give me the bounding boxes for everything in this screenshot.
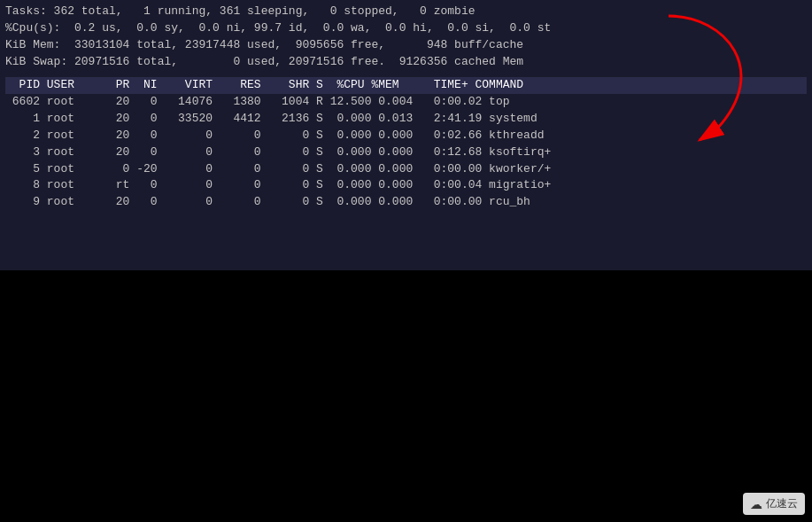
mem-line: KiB Mem: 33013104 total, 23917448 used, … [5, 37, 807, 54]
tasks-line: Tasks: 362 total, 1 running, 361 sleepin… [5, 4, 807, 20]
table-row: 1 root 20 0 33520 4412 2136 S 0.000 0.01… [5, 111, 807, 128]
swap-line: KiB Swap: 20971516 total, 0 used, 209715… [5, 54, 807, 71]
table-row: 3 root 20 0 0 0 0 S 0.000 0.000 0:12.68 … [5, 144, 807, 161]
black-area [0, 270, 812, 522]
watermark-badge: ☁ 亿速云 [743, 493, 805, 515]
cpu-line: %Cpu(s): 0.2 us, 0.0 sy, 0.0 ni, 99.7 id… [5, 20, 807, 37]
table-header: PID USER PR NI VIRT RES SHR S %CPU %MEM … [5, 77, 807, 94]
table-row: 9 root 20 0 0 0 0 S 0.000 0.000 0:00.00 … [5, 194, 807, 211]
table-row: 6602 root 20 0 14076 1380 1004 R 12.500 … [5, 94, 807, 111]
table-row: 2 root 20 0 0 0 0 S 0.000 0.000 0:02.66 … [5, 128, 807, 144]
table-row: 8 root rt 0 0 0 0 S 0.000 0.000 0:00.04 … [5, 177, 807, 194]
terminal-window: Tasks: 362 total, 1 running, 361 sleepin… [0, 0, 812, 270]
table-row: 5 root 0 -20 0 0 0 S 0.000 0.000 0:00.00… [5, 161, 807, 178]
watermark-logo: ☁ [750, 497, 762, 511]
watermark-text: 亿速云 [766, 496, 798, 511]
